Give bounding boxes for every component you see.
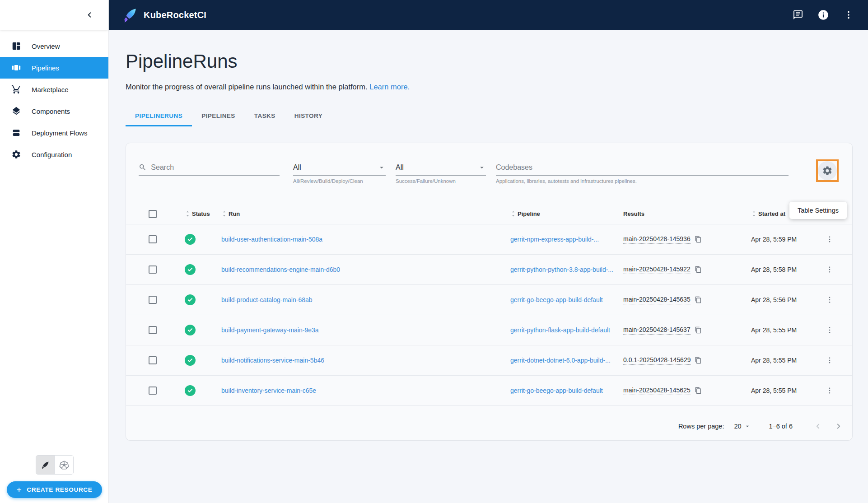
- row-actions-button[interactable]: [826, 296, 834, 304]
- sidebar-item-components[interactable]: Components: [0, 100, 108, 122]
- pipeline-type-select[interactable]: All All/Review/Build/Deploy/Clean: [293, 159, 386, 182]
- tab-bar: PIPELINERUNS PIPELINES TASKS HISTORY: [126, 107, 853, 126]
- table-row: build-user-authentication-main-508a gerr…: [126, 224, 852, 255]
- codebases-helper: Applications, libraries, autotests and i…: [496, 178, 637, 184]
- kebab-icon: [844, 10, 854, 20]
- row-checkbox[interactable]: [149, 296, 157, 304]
- settings-highlight-box: [816, 159, 839, 182]
- run-link[interactable]: build-notifications-service-main-5b46: [221, 357, 324, 364]
- table-settings-button[interactable]: [818, 161, 837, 180]
- copy-icon[interactable]: [695, 387, 702, 394]
- rows-per-page-label: Rows per page:: [678, 423, 724, 430]
- row-checkbox[interactable]: [149, 265, 157, 274]
- table-row: build-inventory-service-main-c65e gerrit…: [126, 376, 852, 406]
- chevron-left-icon: [86, 11, 93, 19]
- learn-more-link[interactable]: Learn more.: [369, 83, 410, 91]
- sort-pipeline-button[interactable]: [510, 210, 516, 217]
- sidebar-item-marketplace[interactable]: Marketplace: [0, 79, 108, 100]
- result-value[interactable]: main-20250428-145637: [623, 326, 691, 335]
- codebases-field: Applications, libraries, autotests and i…: [496, 159, 789, 182]
- row-actions-button[interactable]: [826, 326, 834, 334]
- gear-icon: [11, 149, 21, 159]
- rows-per-page-select[interactable]: 20: [734, 423, 751, 430]
- row-checkbox[interactable]: [149, 235, 157, 243]
- chevron-left-icon: [814, 422, 822, 430]
- result-value[interactable]: main-20250428-145936: [623, 235, 691, 244]
- row-checkbox[interactable]: [149, 326, 157, 334]
- copy-icon[interactable]: [695, 266, 702, 273]
- codebases-input[interactable]: [496, 163, 789, 172]
- overflow-menu-button[interactable]: [843, 9, 854, 21]
- pipeline-link[interactable]: gerrit-dotnet-dotnet-6.0-app-build-...: [510, 357, 611, 364]
- run-link[interactable]: build-user-authentication-main-508a: [221, 236, 322, 243]
- success-status-icon: [185, 385, 196, 396]
- kubernetes-toggle-button[interactable]: [55, 456, 73, 474]
- sort-status-button[interactable]: [185, 210, 191, 217]
- table-row: build-payment-gateway-main-9e3a gerrit-p…: [126, 315, 852, 345]
- result-value[interactable]: 0.0.1-20250428-145629: [623, 356, 691, 365]
- success-status-icon: [185, 294, 196, 305]
- row-actions-button[interactable]: [826, 356, 834, 364]
- sort-run-button[interactable]: [221, 210, 227, 217]
- gear-icon: [822, 165, 833, 176]
- started-at-value: Apr 28, 5:58 PM: [751, 266, 797, 273]
- row-checkbox[interactable]: [149, 356, 157, 364]
- stacked-bars-icon: [11, 128, 21, 138]
- tab-tasks[interactable]: TASKS: [245, 107, 285, 126]
- select-all-checkbox[interactable]: [149, 210, 157, 218]
- main-content: PipelineRuns Monitor the progress of ove…: [109, 30, 868, 503]
- pipeline-link[interactable]: gerrit-npm-express-app-build-...: [510, 236, 599, 243]
- create-resource-button[interactable]: + CREATE RESOURCE: [7, 481, 102, 498]
- pipeline-link[interactable]: gerrit-go-beego-app-build-default: [510, 387, 603, 394]
- table-settings-tooltip: Table Settings: [789, 202, 847, 219]
- pipeline-link[interactable]: gerrit-python-python-3.8-app-build-...: [510, 266, 613, 273]
- row-actions-button[interactable]: [826, 387, 834, 395]
- status-select-value: All: [396, 163, 473, 172]
- sidebar-item-label: Marketplace: [32, 86, 69, 93]
- run-link[interactable]: build-recommendations-engine-main-d6b0: [221, 266, 340, 273]
- sidebar-item-overview[interactable]: Overview: [0, 35, 108, 57]
- tab-history[interactable]: HISTORY: [285, 107, 332, 126]
- sidebar-menu: Overview Pipelines Marketplace Component…: [0, 30, 108, 165]
- tab-pipelineruns[interactable]: PIPELINERUNS: [126, 107, 192, 126]
- sidebar-item-configuration[interactable]: Configuration: [0, 144, 108, 165]
- sidebar-item-label: Deployment Flows: [32, 129, 87, 137]
- result-value[interactable]: main-20250428-145922: [623, 265, 691, 274]
- row-actions-button[interactable]: [826, 265, 834, 274]
- page-description: Monitor the progress of overall pipeline…: [126, 83, 853, 91]
- status-select[interactable]: All Success/Failure/Unknown: [396, 159, 486, 182]
- pipeline-link[interactable]: gerrit-python-flask-app-build-default: [510, 326, 610, 334]
- result-value[interactable]: main-20250428-145635: [623, 296, 691, 304]
- run-link[interactable]: build-product-catalog-main-68ab: [221, 296, 313, 303]
- cluster-toggle-group: [36, 455, 74, 475]
- previous-page-button[interactable]: [812, 420, 824, 433]
- copy-icon[interactable]: [695, 236, 702, 243]
- search-input[interactable]: [151, 163, 280, 172]
- row-actions-button[interactable]: [826, 235, 834, 243]
- tab-pipelines[interactable]: PIPELINES: [192, 107, 245, 126]
- result-value[interactable]: main-20250428-145625: [623, 387, 691, 395]
- sidebar-item-deployment-flows[interactable]: Deployment Flows: [0, 122, 108, 144]
- copy-icon[interactable]: [695, 326, 702, 334]
- rocket-toggle-button[interactable]: [36, 456, 55, 474]
- info-button[interactable]: [817, 9, 829, 21]
- next-page-button[interactable]: [832, 420, 845, 433]
- rocket-icon: [41, 461, 50, 470]
- copy-icon[interactable]: [695, 296, 702, 303]
- sidebar-item-label: Configuration: [32, 151, 72, 158]
- rows-per-page-value: 20: [734, 423, 741, 430]
- feedback-button[interactable]: [792, 9, 804, 21]
- sort-started-button[interactable]: [751, 210, 757, 217]
- run-link[interactable]: build-payment-gateway-main-9e3a: [221, 326, 319, 334]
- row-checkbox[interactable]: [149, 387, 157, 395]
- pipeline-link[interactable]: gerrit-go-beego-app-build-default: [510, 296, 603, 303]
- brand: KubeRocketCI: [122, 7, 206, 23]
- sidebar: Overview Pipelines Marketplace Component…: [0, 0, 109, 503]
- run-link[interactable]: build-inventory-service-main-c65e: [221, 387, 316, 394]
- layers-icon: [11, 106, 21, 116]
- sidebar-collapse-button[interactable]: [83, 9, 96, 21]
- sidebar-item-pipelines[interactable]: Pipelines: [0, 57, 108, 79]
- filter-bar: All All/Review/Build/Deploy/Clean All Su…: [126, 143, 852, 182]
- copy-icon[interactable]: [695, 357, 702, 364]
- pipelineruns-table: Status Run Pipeline Results: [126, 204, 852, 406]
